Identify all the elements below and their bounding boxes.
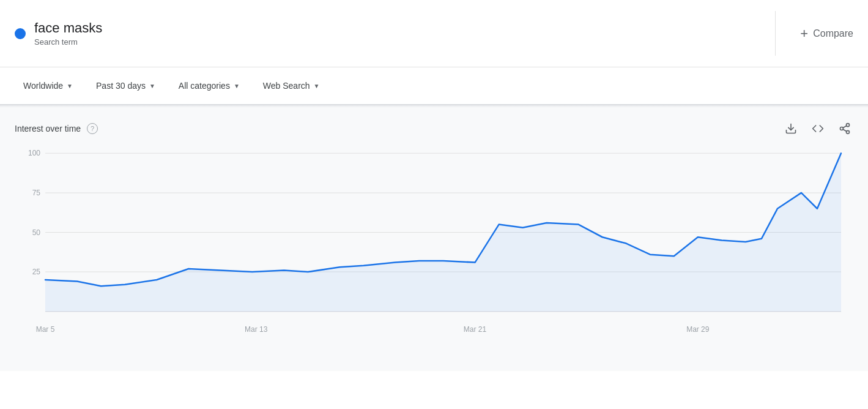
time-range-chevron-icon: ▼	[149, 83, 155, 89]
category-filter[interactable]: All categories ▼	[170, 76, 248, 96]
interest-chart: 255075100Mar 5Mar 13Mar 21Mar 29	[15, 147, 853, 337]
location-chevron-icon: ▼	[67, 83, 73, 89]
page-header: face masks Search term + Compare	[0, 0, 868, 67]
download-icon	[785, 122, 797, 135]
term-info: face masks Search term	[34, 20, 102, 47]
search-term-block: face masks Search term	[15, 11, 776, 56]
term-type: Search term	[34, 37, 102, 47]
time-range-filter[interactable]: Past 30 days ▼	[87, 76, 164, 96]
chart-section: Interest over time ?	[0, 108, 868, 371]
svg-line-5	[843, 126, 847, 127]
compare-plus-icon: +	[800, 26, 808, 42]
chart-container: 255075100Mar 5Mar 13Mar 21Mar 29	[15, 147, 853, 355]
embed-button[interactable]	[809, 120, 826, 137]
compare-block[interactable]: + Compare	[776, 26, 853, 42]
time-range-filter-label: Past 30 days	[96, 81, 146, 91]
share-icon	[839, 122, 851, 135]
svg-line-4	[843, 129, 847, 131]
svg-text:25: 25	[32, 268, 41, 276]
location-filter-label: Worldwide	[23, 81, 63, 91]
category-filter-label: All categories	[179, 81, 230, 91]
search-type-filter[interactable]: Web Search ▼	[254, 76, 328, 96]
term-color-dot	[15, 28, 26, 39]
chart-title: Interest over time	[15, 124, 81, 133]
category-chevron-icon: ▼	[234, 83, 240, 89]
chart-header: Interest over time ?	[15, 120, 853, 137]
svg-text:100: 100	[28, 149, 40, 157]
search-type-chevron-icon: ▼	[314, 83, 320, 89]
search-type-filter-label: Web Search	[263, 81, 310, 91]
embed-icon	[812, 122, 824, 135]
svg-text:75: 75	[32, 189, 41, 197]
svg-text:Mar 29: Mar 29	[686, 325, 710, 334]
svg-text:Mar 13: Mar 13	[245, 325, 268, 334]
svg-text:Mar 21: Mar 21	[464, 325, 487, 334]
chart-title-group: Interest over time ?	[15, 123, 98, 134]
filters-bar: Worldwide ▼ Past 30 days ▼ All categorie…	[0, 67, 868, 105]
compare-label: Compare	[813, 28, 853, 39]
help-icon[interactable]: ?	[87, 123, 98, 134]
term-name: face masks	[34, 20, 102, 36]
location-filter[interactable]: Worldwide ▼	[15, 76, 81, 96]
share-button[interactable]	[836, 120, 853, 137]
svg-text:Mar 5: Mar 5	[36, 325, 55, 334]
svg-text:50: 50	[32, 228, 41, 236]
download-button[interactable]	[782, 120, 799, 137]
chart-actions	[782, 120, 853, 137]
